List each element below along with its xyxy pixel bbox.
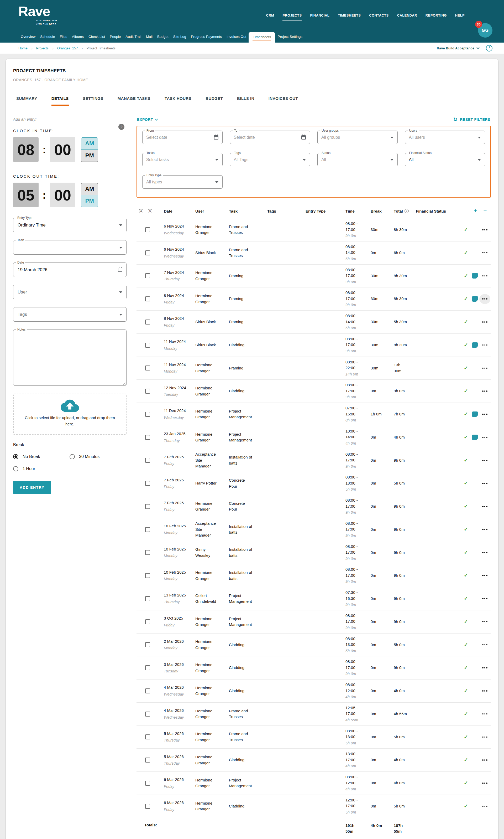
row-menu-button[interactable] <box>482 252 488 254</box>
filter-user-groups[interactable]: User groupsAll groups <box>317 131 398 144</box>
filter-from[interactable]: FromSelect date <box>142 131 222 144</box>
row-menu-button[interactable] <box>482 437 488 438</box>
filter-status[interactable]: StatusAll <box>317 153 398 166</box>
date-field[interactable]: Date 19 March 2026 <box>13 262 127 277</box>
task-select[interactable]: Task <box>13 240 127 255</box>
tab-details[interactable]: DETAILS <box>51 96 69 106</box>
export-button[interactable]: EXPORT <box>137 118 158 122</box>
add-entry-button[interactable]: ADD ENTRY <box>13 481 51 494</box>
subnav-item-audit-trail[interactable]: Audit Trail <box>123 31 144 42</box>
row-menu-button[interactable] <box>482 714 488 715</box>
subnav-item-site-log[interactable]: Site Log <box>171 31 189 42</box>
row-menu-button[interactable] <box>482 783 488 784</box>
row-checkbox[interactable] <box>145 688 150 694</box>
select-all-approve-icon[interactable]: A <box>139 209 143 213</box>
tab-bills-in[interactable]: BILLS IN <box>237 96 254 106</box>
entry-type-select[interactable]: Entry Type Ordinary Time <box>13 218 127 232</box>
subnav-item-files[interactable]: Files <box>57 31 70 42</box>
clock-in-pm-button[interactable]: PM <box>81 150 98 162</box>
column-time[interactable]: Time <box>345 209 371 213</box>
column-entry-type[interactable]: Entry Type <box>306 209 345 213</box>
column-user[interactable]: User <box>195 209 229 213</box>
tab-task-hours[interactable]: TASK HOURS <box>165 96 191 106</box>
subnav-item-people[interactable]: People <box>107 31 123 42</box>
row-menu-button[interactable] <box>482 806 488 807</box>
total-help-icon[interactable]: ? <box>404 209 409 213</box>
row-menu-button[interactable] <box>482 690 488 691</box>
row-checkbox[interactable] <box>145 527 150 532</box>
column-financial-status[interactable]: Financial Status <box>416 209 455 213</box>
row-checkbox[interactable] <box>145 804 150 809</box>
help-icon[interactable]: ? <box>119 124 124 130</box>
break-option-no-break[interactable]: No Break <box>13 454 70 459</box>
row-checkbox[interactable] <box>145 504 150 509</box>
row-menu-button[interactable] <box>482 344 488 346</box>
row-checkbox[interactable] <box>145 642 150 647</box>
row-menu-button[interactable] <box>482 367 488 369</box>
break-option-30-minutes[interactable]: 30 Minutes <box>70 454 126 459</box>
row-checkbox[interactable] <box>145 550 150 555</box>
select-all-financial-icon[interactable]: $ <box>148 209 152 213</box>
row-menu-button[interactable] <box>482 552 488 553</box>
subnav-item-check-list[interactable]: Check List <box>86 31 107 42</box>
column-date[interactable]: Date <box>153 209 195 213</box>
row-checkbox[interactable] <box>145 619 150 624</box>
notes-textarea[interactable]: Notes <box>13 329 127 386</box>
clock-out-hour[interactable]: 05 <box>13 183 39 207</box>
row-menu-button[interactable] <box>482 483 488 484</box>
row-checkbox[interactable] <box>145 665 150 670</box>
row-checkbox[interactable] <box>145 273 150 278</box>
column-break[interactable]: Break <box>371 209 394 213</box>
breadcrumb-item-oranges-157[interactable]: Oranges_157 <box>57 46 78 50</box>
row-menu-button[interactable] <box>482 229 488 230</box>
row-menu-button[interactable] <box>482 598 488 599</box>
row-checkbox[interactable] <box>145 412 150 417</box>
subnav-item-schedule[interactable]: Schedule <box>38 31 57 42</box>
clock-out-am-button[interactable]: AM <box>81 183 98 195</box>
row-checkbox[interactable] <box>145 365 150 371</box>
column-total[interactable]: Total ? <box>394 209 416 213</box>
expand-all-button[interactable]: + <box>471 208 480 215</box>
row-checkbox[interactable] <box>145 320 150 325</box>
filter-tasks[interactable]: TasksSelect tasks <box>142 153 222 166</box>
row-checkbox[interactable] <box>145 734 150 739</box>
row-checkbox[interactable] <box>145 481 150 486</box>
note-icon[interactable] <box>472 273 478 278</box>
filter-tags[interactable]: TagsAll Tags <box>230 153 310 166</box>
row-checkbox[interactable] <box>145 573 150 578</box>
subnav-item-progress-payments[interactable]: Progress Payments <box>188 31 224 42</box>
filter-entry-type[interactable]: Entry TypeAll types <box>142 175 222 189</box>
row-checkbox[interactable] <box>145 251 150 255</box>
row-menu-button[interactable] <box>482 737 488 738</box>
environment-selector[interactable]: Rave Build Acceptance <box>437 46 479 50</box>
clock-out-pm-button[interactable]: PM <box>81 195 98 207</box>
row-menu-button[interactable] <box>482 391 488 392</box>
row-menu-button[interactable] <box>482 529 488 530</box>
row-checkbox[interactable] <box>145 781 150 786</box>
filter-financial-status[interactable]: Financial StatusAll <box>405 153 485 166</box>
column-task[interactable]: Task <box>229 209 267 213</box>
break-option-1-hour[interactable]: 1 Hour <box>13 466 70 472</box>
clock-out-minute[interactable]: 00 <box>50 183 75 207</box>
note-icon[interactable] <box>472 411 478 417</box>
row-checkbox[interactable] <box>145 596 150 601</box>
row-menu-button[interactable] <box>482 506 488 507</box>
top-menu-item-timesheets[interactable]: TIMESHEETS <box>338 13 361 20</box>
row-checkbox[interactable] <box>145 227 150 232</box>
row-menu-button[interactable] <box>482 275 488 277</box>
row-checkbox[interactable] <box>145 389 150 394</box>
row-checkbox[interactable] <box>145 343 150 348</box>
note-icon[interactable] <box>472 434 478 440</box>
subnav-item-timesheets[interactable]: Timesheets <box>249 32 275 42</box>
subnav-item-invoices-out[interactable]: Invoices Out <box>224 31 249 42</box>
subnav-item-albums[interactable]: Albums <box>70 31 86 42</box>
collapse-all-button[interactable]: − <box>480 208 490 215</box>
row-checkbox[interactable] <box>145 458 150 463</box>
row-menu-button[interactable] <box>482 759 488 761</box>
tab-settings[interactable]: SETTINGS <box>83 96 104 106</box>
tab-summary[interactable]: SUMMARY <box>16 96 37 106</box>
clock-icon[interactable] <box>486 45 492 51</box>
top-menu-item-crm[interactable]: CRM <box>266 13 274 20</box>
note-icon[interactable] <box>472 342 478 348</box>
subnav-item-overview[interactable]: Overview <box>18 31 38 42</box>
